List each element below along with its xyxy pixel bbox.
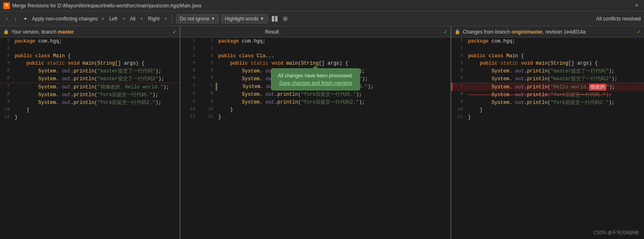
table-row: 8 System. out.println("fork后提交一行代码."); [452,91,644,99]
apply-all-button[interactable]: All [128,15,137,23]
side-by-side-button[interactable] [271,15,279,23]
table-row: 1 1 package com.hgq; [180,38,451,45]
changes-processed-tooltip[interactable]: All changes have been processed. Save ch… [271,68,360,90]
prev-conflict-button[interactable]: ↑ [3,15,10,23]
up-arrow-icon: ↑ [5,16,8,22]
all-conflicts-resolved-label: All conflicts resolved [596,16,641,22]
middle-code-area[interactable]: All changes have been processed. Save ch… [180,38,451,239]
table-row: 4 public static void main(String[] args)… [0,60,180,67]
magic-button[interactable]: ✦ [21,15,30,23]
watermark: CSDN @不写代码的钦 [594,230,639,236]
table-row: 7 System. out.println("Hello world.他改的")… [452,83,644,91]
table-row: 2 2 [180,45,451,52]
table-row: 8 8 System. out.println("fork后提交一行代码."); [180,90,451,98]
result-label: Result [265,29,279,35]
table-row: 1 package com.hgq; [452,38,644,45]
main-content: 🔒 Your version, branch master ✓ 1 packag… [0,26,644,239]
right-code-table: 1 package com.hgq; 2 3 public class Main… [451,38,644,121]
save-and-finish-link[interactable]: Save changes and finish merging [278,80,353,86]
apply-left-button[interactable]: Left [107,15,119,23]
close-button[interactable]: × [633,2,641,10]
table-row: 6 System. out.println("master提交了一行代码2"); [0,75,180,83]
table-row: 11 } [452,114,644,121]
svg-rect-0 [272,16,274,22]
left-panel-header: 🔒 Your version, branch master ✓ [0,26,180,38]
right-panel-title: Changes from branch origin/master, revis… [463,29,586,35]
left-code-area[interactable]: 1 package com.hgq; 2 3 public class Main… [0,38,180,239]
table-row: 11 } [0,114,180,121]
dropdown-arrow-icon2: ▼ [260,16,264,21]
settings-button[interactable] [281,15,289,23]
table-row: 2 [452,45,644,52]
separator [172,15,172,23]
highlight-words-dropdown[interactable]: Highlight words ▼ [221,14,268,23]
apply-label: Apply non-conflicting changes: [32,16,99,22]
tooltip-line1: All changes have been processed. [278,73,353,79]
table-row: 3 public class Main { [452,52,644,60]
table-row: 4 public static void main(String[] args)… [452,60,644,67]
left-check-icon: ✓ [173,28,176,35]
app-icon: M [3,2,10,9]
middle-panel-header: Result ✓ [180,26,451,38]
right-code-area[interactable]: 1 package com.hgq; 2 3 public class Main… [451,38,644,239]
middle-check-icon: ✓ [444,28,447,35]
left-lock-icon: 🔒 [3,29,9,34]
dropdown-arrow-icon: ▼ [211,16,215,21]
title-bar-text: Merge Revisions for D:\MayunWorkspace\he… [12,3,201,9]
table-row: 6 System. out.println("master提交了一行代码2"); [452,75,644,83]
right-check-icon: ✓ [637,28,641,35]
magic-icon: ✦ [23,16,27,22]
table-row: 8 System. out.println("fork后提交一行代码."); [0,91,180,99]
right-lock-icon: 🔒 [455,29,460,34]
table-row: 10 } [0,106,180,114]
table-row: 11 11 } [180,113,451,121]
table-row: 9 System. out.println("fork后提交一行代码2."); [0,99,180,106]
left-panel-title: Your version, branch master [11,29,74,35]
table-row: 5 System. out.println("master提交了一行代码"); [452,67,644,75]
table-row: 1 package com.hgq; [0,38,180,45]
apply-right-button[interactable]: Right [146,15,162,23]
down-arrow-icon: ↓ [14,16,17,22]
table-row: 10 10 } [180,106,451,113]
table-row: 7 System. out.println("我修改的。Hello world.… [0,83,180,91]
svg-rect-1 [275,16,278,22]
right-panel: 🔒 Changes from branch origin/master, rev… [451,26,644,239]
table-row: 10 } [452,106,644,114]
tooltip-arrow [312,65,319,69]
left-code-table: 1 package com.hgq; 2 3 public class Main… [0,38,180,121]
table-row: 2 [0,45,180,52]
table-row: 9 System. out.println("fork后提交一行代码2."); [452,99,644,106]
right-panel-header: 🔒 Changes from branch origin/master, rev… [451,26,644,38]
do-not-ignore-dropdown[interactable]: Do not ignore ▼ [176,14,219,23]
table-row: 9 9 System. out.println("fork后提交一行代码2.")… [180,98,451,106]
left-panel: 🔒 Your version, branch master ✓ 1 packag… [0,26,180,239]
table-row: 3 3 public class Cla... [180,52,451,60]
toolbar: ↑ ↓ ✦ Apply non-conflicting changes: » L… [0,11,644,26]
next-conflict-button[interactable]: ↓ [12,15,19,23]
table-row: 5 System. out.println("master提交了一行代码"); [0,67,180,75]
table-row: 3 public class Main { [0,52,180,60]
title-bar: M Merge Revisions for D:\MayunWorkspace\… [0,0,644,11]
middle-panel: Result ✓ All changes have been processed… [180,26,451,239]
svg-point-2 [284,18,286,20]
